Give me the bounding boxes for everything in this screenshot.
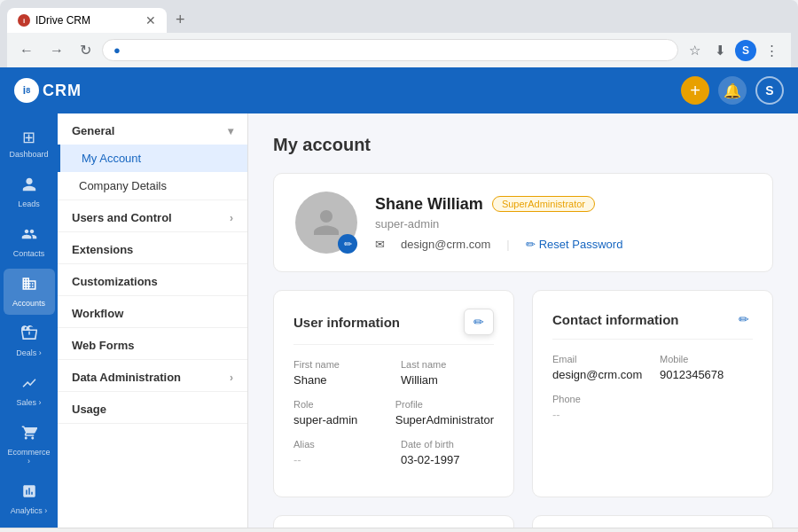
- nav-actions: ☆ ⬇ S ⋮: [684, 39, 784, 62]
- sidebar-item-analytics[interactable]: Analytics ›: [4, 476, 55, 522]
- nav-section-customizations: Customizations: [58, 264, 247, 296]
- sidebar-label-leads: Leads: [18, 200, 40, 208]
- locale-info-card: Locale information ✏ Time zone Date form…: [532, 515, 773, 528]
- phone-label: Phone: [552, 394, 645, 404]
- user-menu-button[interactable]: S: [755, 76, 784, 105]
- sidebar-label-sales: Sales ›: [16, 398, 41, 407]
- email-mobile-fields-row: Email design@crm.com Mobile 9012345678: [552, 354, 753, 381]
- profile-field: Profile SuperAdministrator: [395, 399, 494, 426]
- name-fields-row: First name Shane Last name William: [293, 359, 494, 387]
- sidebar-item-contacts[interactable]: Contacts: [4, 219, 55, 265]
- nav-section-extensions: Extensions: [58, 232, 247, 264]
- nav-section-workflow-header[interactable]: Workflow: [58, 296, 247, 327]
- back-button[interactable]: ←: [14, 39, 39, 62]
- sidebar-item-accounts[interactable]: Accounts: [4, 269, 55, 315]
- nav-section-customizations-header[interactable]: Customizations: [58, 264, 247, 295]
- tab-close-button[interactable]: ✕: [145, 13, 156, 27]
- footer: © IDrive Inc.: [0, 528, 798, 532]
- first-name-value: Shane: [293, 373, 387, 387]
- dashboard-icon: ⊞: [22, 128, 35, 147]
- sidebar-item-deals[interactable]: Deals ›: [4, 318, 55, 364]
- profile-name-row: Shane William SuperAdministrator: [375, 195, 751, 214]
- nav-item-company-details[interactable]: Company Details: [58, 172, 247, 200]
- download-button[interactable]: ⬇: [709, 39, 732, 62]
- sidebar-label-analytics: Analytics ›: [11, 506, 48, 515]
- nav-section-general-header[interactable]: General ▾: [58, 113, 247, 145]
- forward-button[interactable]: →: [44, 39, 69, 62]
- user-info-card: User information ✏ First name Shane Last…: [273, 290, 514, 497]
- mobile-value: 9012345678: [660, 368, 753, 381]
- browser-user-avatar[interactable]: S: [735, 40, 756, 61]
- address-bar: ● design.devidrivecrm.com/app/myaccount: [102, 39, 678, 61]
- alias-field: Alias --: [293, 439, 387, 466]
- contact-info-card: Contact information ✏ Email design@crm.c…: [532, 290, 773, 497]
- contact-info-edit-button[interactable]: ✏: [735, 309, 753, 330]
- meta-divider: |: [506, 238, 509, 251]
- notifications-button[interactable]: 🔔: [718, 76, 747, 105]
- page-title: My account: [273, 135, 773, 155]
- sidebar-item-ecommerce[interactable]: Ecommerce ›: [4, 418, 55, 473]
- ecommerce-icon: [21, 425, 37, 445]
- general-arrow-icon: ▾: [228, 125, 233, 137]
- first-name-field: First name Shane: [293, 359, 387, 387]
- app-body: ⊞ Dashboard Leads Contacts Accounts: [0, 113, 798, 528]
- nav-section-web-forms: Web Forms: [58, 328, 247, 360]
- sidebar-item-sales[interactable]: Sales ›: [4, 368, 55, 414]
- app: i8 CRM + 🔔 S ⊞ Dashboard Leads: [0, 67, 798, 532]
- url-input[interactable]: design.devidrivecrm.com/app/myaccount: [126, 43, 667, 57]
- super-admin-badge: SuperAdministrator: [492, 196, 595, 212]
- browser-menu-button[interactable]: ⋮: [760, 39, 784, 62]
- sidebar-label-deals: Deals ›: [16, 348, 42, 357]
- contact-email-value: design@crm.com: [552, 368, 645, 381]
- nav-section-data-admin-header[interactable]: Data Administration ›: [58, 360, 247, 391]
- user-info-edit-button[interactable]: ✏: [464, 309, 494, 335]
- data-admin-arrow-icon: ›: [230, 372, 233, 384]
- sales-icon: [21, 375, 37, 395]
- mobile-field: Mobile 9012345678: [660, 354, 753, 381]
- leads-icon: [21, 176, 37, 197]
- contact-email-field: Email design@crm.com: [552, 354, 645, 381]
- avatar-edit-button[interactable]: ✏: [338, 234, 357, 254]
- nav-section-users-header[interactable]: Users and Control ›: [58, 200, 247, 231]
- email-icon: ✉: [375, 238, 385, 251]
- browser-tabs: i IDrive CRM ✕ +: [7, 7, 791, 33]
- nav-section-web-forms-header[interactable]: Web Forms: [58, 328, 247, 359]
- nav-section-usage-header[interactable]: Usage: [58, 392, 247, 423]
- user-info-title: User information: [293, 315, 400, 330]
- sidebar-label-dashboard: Dashboard: [9, 150, 48, 159]
- dob-field: Date of birth 03-02-1997: [401, 439, 494, 466]
- add-button[interactable]: +: [681, 76, 709, 105]
- nav-section-extensions-header[interactable]: Extensions: [58, 232, 247, 263]
- tab-favicon: i: [18, 14, 30, 27]
- profile-email: design@crm.com: [401, 238, 490, 251]
- nav-section-usage-label: Usage: [72, 403, 106, 416]
- nav-section-customizations-label: Customizations: [72, 275, 158, 288]
- last-name-field: Last name William: [401, 359, 494, 387]
- role-value: super-admin: [293, 413, 381, 426]
- dob-label: Date of birth: [401, 439, 494, 450]
- nav-section-data-admin-label: Data Administration: [72, 371, 181, 384]
- nav-item-my-account[interactable]: My Account: [58, 145, 247, 172]
- refresh-button[interactable]: ↻: [74, 38, 97, 62]
- profile-label: Profile: [395, 399, 494, 410]
- logo-crm-text: CRM: [43, 82, 82, 100]
- first-name-label: First name: [293, 359, 387, 370]
- users-arrow-icon: ›: [230, 212, 233, 224]
- bookmark-button[interactable]: ☆: [684, 39, 706, 62]
- mobile-label: Mobile: [660, 354, 753, 364]
- main-content: My account ✏ Shane William SuperAdminist…: [248, 113, 798, 528]
- reset-password-link[interactable]: ✏ Reset Password: [526, 238, 623, 251]
- avatar-wrap: ✏: [295, 192, 357, 254]
- nav-section-users-label: Users and Control: [72, 211, 172, 224]
- nav-section-workflow-label: Workflow: [72, 307, 123, 320]
- role-label: Role: [293, 399, 381, 410]
- sidebar-item-leads[interactable]: Leads: [4, 169, 55, 215]
- tab-title: IDrive CRM: [35, 14, 90, 27]
- nav-section-general: General ▾ My Account Company Details: [58, 113, 247, 200]
- nav-section-extensions-label: Extensions: [72, 243, 133, 256]
- sidebar-item-dashboard[interactable]: ⊞ Dashboard: [4, 121, 55, 166]
- deals-icon: [21, 325, 37, 346]
- profile-role: super-admin: [375, 217, 751, 231]
- new-tab-button[interactable]: +: [168, 7, 192, 33]
- nav-section-general-label: General: [72, 124, 114, 137]
